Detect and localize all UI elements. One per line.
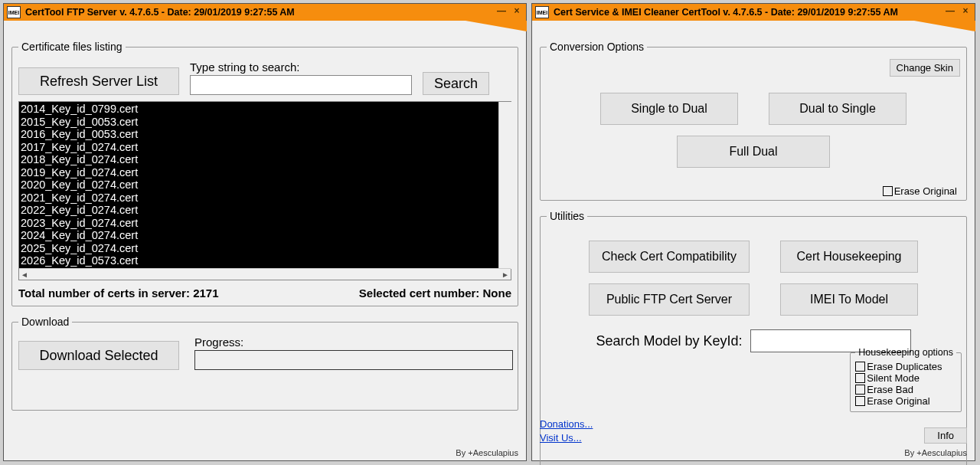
- checkbox-icon[interactable]: [855, 362, 865, 372]
- list-item[interactable]: 2018_Key_id_0274.cert: [21, 153, 509, 166]
- cert-housekeeping-button[interactable]: Cert Housekeeping: [780, 241, 918, 273]
- list-item[interactable]: 2024_Key_id_0274.cert: [21, 229, 509, 242]
- erase-original-checkbox-2[interactable]: Erase Original: [855, 395, 956, 407]
- credits-label: By +Aesculapius: [904, 448, 967, 457]
- selected-cert-label: Selected cert number: None: [359, 287, 511, 300]
- cert-listing-legend: Certificate files listing: [18, 41, 126, 53]
- imei-to-model-button[interactable]: IMEI To Model: [780, 283, 918, 316]
- list-item[interactable]: 2017_Key_id_0274.cert: [21, 141, 509, 154]
- scroll-right-icon[interactable]: ►: [500, 270, 511, 279]
- minimize-icon[interactable]: —: [944, 5, 956, 16]
- window-title: CertTool FTP Server v. 4.7.6.5 - Date: 2…: [25, 7, 295, 18]
- info-button[interactable]: Info: [924, 427, 967, 444]
- utilities-group: Utilities Check Cert Compatibility Cert …: [540, 210, 967, 465]
- conversion-legend: Conversion Options: [547, 41, 647, 53]
- visit-us-link[interactable]: Visit Us...: [540, 431, 593, 445]
- housekeeping-options-group: Housekeeping options Erase Duplicates Si…: [850, 347, 962, 412]
- cert-list-container: 2014_Key_id_0799.cert2015_Key_id_0053.ce…: [18, 101, 511, 280]
- erase-original-checkbox[interactable]: Erase Original: [883, 185, 957, 197]
- list-item[interactable]: 2016_Key_id_0053.cert: [21, 128, 509, 141]
- checkbox-icon[interactable]: [883, 186, 893, 196]
- minimize-icon[interactable]: —: [495, 5, 508, 16]
- vertical-scrollbar[interactable]: [498, 102, 511, 269]
- download-group: Download Download Selected Progress:: [11, 316, 518, 411]
- list-item[interactable]: 2025_Key_id_0274.cert: [21, 242, 509, 255]
- ftp-server-window: IMEI CertTool FTP Server v. 4.7.6.5 - Da…: [3, 3, 527, 461]
- conversion-options-group: Conversion Options Change Skin Single to…: [540, 41, 967, 201]
- public-ftp-cert-button[interactable]: Public FTP Cert Server: [589, 283, 750, 316]
- dual-to-single-button[interactable]: Dual to Single: [769, 93, 906, 125]
- list-item[interactable]: 2020_Key_id_0274.cert: [21, 178, 509, 192]
- titlebar-left[interactable]: IMEI CertTool FTP Server v. 4.7.6.5 - Da…: [4, 4, 526, 21]
- cert-list[interactable]: 2014_Key_id_0799.cert2015_Key_id_0053.ce…: [19, 102, 511, 270]
- list-item[interactable]: 2019_Key_id_0274.cert: [21, 166, 509, 179]
- cert-service-window: IMEI Cert Service & IMEI Cleaner CertToo…: [531, 3, 975, 461]
- close-icon[interactable]: ×: [959, 5, 972, 16]
- progress-bar: [194, 350, 513, 370]
- scroll-left-icon[interactable]: ◄: [19, 270, 30, 279]
- erase-bad-checkbox[interactable]: Erase Bad: [855, 384, 956, 395]
- change-skin-button[interactable]: Change Skin: [890, 59, 960, 77]
- check-cert-compat-button[interactable]: Check Cert Compatibility: [589, 241, 750, 273]
- download-legend: Download: [18, 316, 72, 328]
- search-label: Type string to search:: [190, 61, 412, 74]
- download-selected-button[interactable]: Download Selected: [18, 341, 179, 370]
- search-input[interactable]: [190, 75, 412, 95]
- list-item[interactable]: 2022_Key_id_0274.cert: [21, 204, 509, 217]
- list-item[interactable]: 2023_Key_id_0274.cert: [21, 217, 509, 230]
- checkbox-icon[interactable]: [855, 396, 865, 406]
- single-to-dual-button[interactable]: Single to Dual: [600, 93, 738, 125]
- links-area: Donations... Visit Us...: [540, 418, 593, 445]
- list-item[interactable]: 2021_Key_id_0274.cert: [21, 192, 509, 205]
- list-item[interactable]: 2015_Key_id_0053.cert: [21, 116, 509, 129]
- progress-label: Progress:: [194, 336, 511, 349]
- titlebar-right[interactable]: IMEI Cert Service & IMEI Cleaner CertToo…: [532, 4, 975, 21]
- checkbox-icon[interactable]: [855, 385, 865, 395]
- horizontal-scrollbar[interactable]: ◄►: [19, 268, 511, 280]
- close-icon[interactable]: ×: [511, 5, 523, 16]
- erase-duplicates-checkbox[interactable]: Erase Duplicates: [855, 361, 956, 372]
- donations-link[interactable]: Donations...: [540, 418, 593, 431]
- window-title: Cert Service & IMEI Cleaner CertTool v. …: [554, 7, 898, 18]
- search-button[interactable]: Search: [423, 72, 489, 95]
- app-icon: IMEI: [7, 6, 21, 18]
- credits-label: By +Aesculapius: [456, 448, 518, 457]
- housekeeping-legend: Housekeeping options: [855, 347, 956, 358]
- cert-listing-group: Certificate files listing Refresh Server…: [11, 41, 518, 306]
- app-icon: IMEI: [535, 6, 549, 18]
- total-certs-label: Total number of certs in server: 2171: [18, 287, 219, 300]
- list-item[interactable]: 2026_Key_id_0573.cert: [21, 254, 509, 267]
- checkbox-icon[interactable]: [855, 373, 865, 383]
- full-dual-button[interactable]: Full Dual: [677, 136, 830, 168]
- search-model-label: Search Model by KeyId:: [596, 333, 742, 349]
- silent-mode-checkbox[interactable]: Silent Mode: [855, 372, 956, 384]
- utilities-legend: Utilities: [547, 210, 587, 222]
- list-item[interactable]: 2014_Key_id_0799.cert: [21, 103, 509, 116]
- refresh-server-list-button[interactable]: Refresh Server List: [18, 67, 179, 95]
